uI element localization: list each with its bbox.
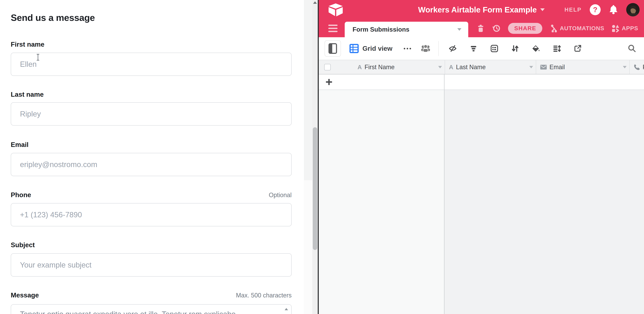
automations-label: AUTOMATIONS: [560, 25, 604, 32]
column-header-last-name[interactable]: A Last Name: [445, 60, 536, 74]
view-switcher[interactable]: Grid view: [350, 44, 392, 53]
first-name-label: First name: [11, 41, 44, 48]
message-maxlength-note: Max. 500 characters: [236, 292, 292, 299]
column-name: Phone: [643, 64, 644, 71]
email-field-icon: [540, 65, 547, 70]
chevron-down-icon[interactable]: [529, 66, 533, 68]
view-toolbar: Grid view: [319, 37, 644, 60]
share-button[interactable]: SHARE: [508, 23, 542, 34]
avatar[interactable]: [626, 3, 640, 17]
view-name: Grid view: [362, 45, 392, 52]
scroll-up-arrow-icon[interactable]: [285, 308, 288, 310]
toolbar-divider: [438, 41, 439, 56]
phone-optional-note: Optional: [269, 191, 292, 199]
last-name-label-row: Last name: [11, 91, 292, 98]
chevron-down-icon[interactable]: [540, 8, 545, 11]
contact-form-pane: Send us a message First name Last name E…: [0, 0, 318, 314]
apps-label: APPS: [622, 25, 638, 32]
bell-icon[interactable]: [609, 5, 618, 15]
phone-label-row: Phone Optional: [11, 191, 292, 199]
subject-label: Subject: [11, 241, 35, 249]
hamburger-menu-icon[interactable]: [328, 25, 338, 32]
topbar-actions: HELP ?: [564, 0, 640, 19]
grid-body-right: [444, 90, 644, 314]
history-icon[interactable]: [492, 24, 500, 33]
help-question-icon[interactable]: ?: [590, 4, 601, 15]
subject-field[interactable]: [11, 253, 292, 276]
message-label: Message: [11, 291, 39, 299]
text-field-icon: A: [358, 64, 362, 71]
airtable-topbar: Workers Airtable Form Example HELP ?: [319, 0, 644, 19]
first-name-label-row: First name: [11, 41, 292, 48]
automations-button[interactable]: AUTOMATIONS: [550, 25, 604, 32]
column-divider: [444, 75, 444, 314]
column-name: First Name: [364, 64, 394, 71]
chevron-down-icon[interactable]: [457, 28, 462, 31]
page-title: Send us a message: [11, 12, 95, 23]
subject-label-row: Subject: [11, 241, 292, 249]
phone-label: Phone: [11, 191, 31, 199]
apps-icon: [612, 25, 619, 32]
sidebar-toggle-button[interactable]: [324, 40, 341, 57]
column-header-first-name[interactable]: A First Name: [348, 60, 445, 74]
base-title[interactable]: Workers Airtable Form Example: [418, 5, 537, 14]
hide-fields-icon[interactable]: [448, 45, 457, 53]
browser-scrollbar[interactable]: [312, 0, 318, 314]
email-label: Email: [11, 141, 28, 148]
tab-form-submissions[interactable]: Form Submissions: [345, 22, 468, 37]
grid-header-row: A First Name A Last Name Email Phone: [319, 60, 644, 75]
grid-view-icon: [350, 44, 359, 53]
phone-field-icon: [634, 64, 640, 70]
table-tab-label: Form Submissions: [352, 26, 409, 33]
toolbar-icons: [448, 45, 582, 53]
select-all-checkbox[interactable]: [324, 64, 331, 70]
message-label-row: Message Max. 500 characters: [11, 291, 292, 299]
page-gutter: [304, 180, 312, 314]
email-label-row: Email: [11, 141, 292, 148]
page-gutter: [304, 0, 312, 180]
apps-button[interactable]: APPS: [612, 25, 638, 32]
last-name-input[interactable]: [11, 102, 292, 126]
panel-left-icon: [328, 43, 337, 54]
share-button-label: SHARE: [514, 25, 536, 32]
plus-icon[interactable]: [326, 79, 332, 85]
text-cursor-ibeam: [38, 54, 38, 61]
column-header-phone[interactable]: Phone: [630, 60, 644, 74]
airtable-window: Workers Airtable Form Example HELP ?: [319, 0, 644, 314]
message-scrollbar[interactable]: [284, 307, 289, 314]
help-button[interactable]: HELP: [564, 7, 582, 13]
chevron-down-icon[interactable]: [623, 66, 626, 68]
text-field-icon: A: [449, 64, 453, 71]
column-header-email[interactable]: Email: [536, 60, 630, 74]
chevron-down-icon[interactable]: [438, 66, 442, 68]
group-icon[interactable]: [490, 45, 498, 53]
collaborators-icon[interactable]: [421, 45, 430, 53]
trash-icon[interactable]: [477, 25, 484, 32]
row-gutter: [319, 60, 348, 74]
filter-icon[interactable]: [470, 45, 478, 53]
row-height-icon[interactable]: [553, 45, 561, 53]
first-name-input[interactable]: [11, 53, 292, 76]
tabbar-actions: SHARE AUTOMATIONS APPS: [477, 19, 638, 37]
search-icon[interactable]: [628, 44, 636, 53]
add-record-row[interactable]: [319, 75, 644, 90]
color-icon[interactable]: [532, 45, 540, 53]
sort-icon[interactable]: [511, 45, 519, 53]
more-options-icon[interactable]: [404, 48, 411, 49]
phone-field[interactable]: [11, 203, 292, 226]
column-name: Last Name: [456, 64, 486, 71]
grid-body-left: [319, 90, 444, 314]
message-textarea[interactable]: Tenetur optio quaerat expedita vero et i…: [11, 304, 292, 314]
share-view-icon[interactable]: [574, 45, 582, 53]
automations-icon: [550, 25, 557, 32]
table-tab-bar: Form Submissions SHARE: [319, 19, 644, 37]
email-field[interactable]: [11, 153, 292, 176]
message-text: Tenetur optio quaerat expedita vero et i…: [20, 309, 272, 314]
column-name: Email: [550, 64, 565, 71]
last-name-label: Last name: [11, 91, 44, 98]
browser-scrollbar-thumb[interactable]: [313, 127, 317, 250]
scroll-up-arrow-icon[interactable]: [313, 1, 317, 4]
